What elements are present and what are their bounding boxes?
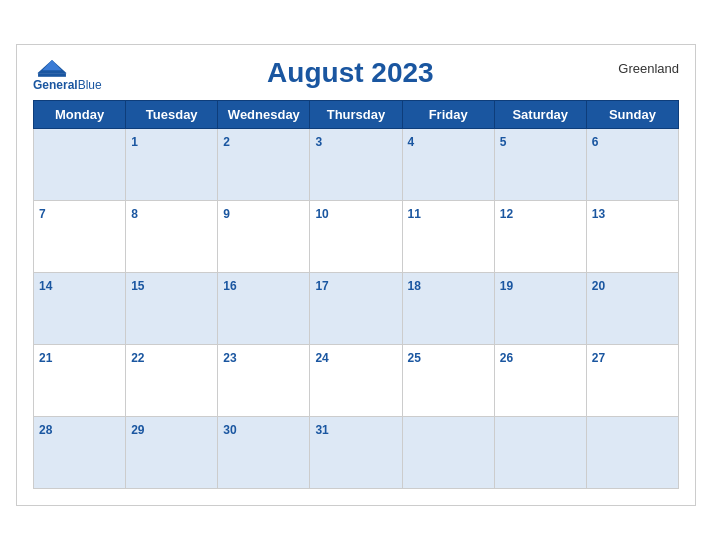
day-number: 4 <box>408 135 415 149</box>
calendar-cell <box>402 417 494 489</box>
calendar-cell <box>34 129 126 201</box>
logo-area: GeneralBlue <box>33 57 102 92</box>
day-number: 24 <box>315 351 328 365</box>
day-number: 11 <box>408 207 421 221</box>
calendar-title: August 2023 <box>102 57 599 89</box>
calendar-cell: 29 <box>126 417 218 489</box>
day-number: 28 <box>39 423 52 437</box>
calendar-cell <box>494 417 586 489</box>
day-number: 15 <box>131 279 144 293</box>
calendar-cell: 4 <box>402 129 494 201</box>
calendar-week-row: 78910111213 <box>34 201 679 273</box>
calendar-header: GeneralBlue August 2023 Greenland <box>33 57 679 92</box>
day-number: 25 <box>408 351 421 365</box>
calendar-cell: 27 <box>586 345 678 417</box>
calendar-cell: 23 <box>218 345 310 417</box>
calendar-week-row: 123456 <box>34 129 679 201</box>
calendar-cell: 30 <box>218 417 310 489</box>
calendar-cell: 7 <box>34 201 126 273</box>
calendar-cell: 18 <box>402 273 494 345</box>
calendar-cell: 26 <box>494 345 586 417</box>
calendar-cell: 14 <box>34 273 126 345</box>
day-number: 6 <box>592 135 599 149</box>
generalblue-logo-icon <box>33 57 71 79</box>
calendar-cell: 13 <box>586 201 678 273</box>
day-number: 12 <box>500 207 513 221</box>
calendar-week-row: 21222324252627 <box>34 345 679 417</box>
calendar-table: Monday Tuesday Wednesday Thursday Friday… <box>33 100 679 489</box>
calendar-cell: 20 <box>586 273 678 345</box>
col-friday: Friday <box>402 101 494 129</box>
calendar-week-row: 28293031 <box>34 417 679 489</box>
calendar-cell: 2 <box>218 129 310 201</box>
day-number: 16 <box>223 279 236 293</box>
calendar-cell: 31 <box>310 417 402 489</box>
day-number: 26 <box>500 351 513 365</box>
calendar-cell: 17 <box>310 273 402 345</box>
calendar-cell: 1 <box>126 129 218 201</box>
day-number: 29 <box>131 423 144 437</box>
calendar-wrapper: GeneralBlue August 2023 Greenland Monday… <box>16 44 696 506</box>
day-number: 9 <box>223 207 230 221</box>
day-number: 31 <box>315 423 328 437</box>
day-number: 27 <box>592 351 605 365</box>
day-number: 5 <box>500 135 507 149</box>
col-thursday: Thursday <box>310 101 402 129</box>
day-number: 8 <box>131 207 138 221</box>
col-wednesday: Wednesday <box>218 101 310 129</box>
day-number: 3 <box>315 135 322 149</box>
day-number: 2 <box>223 135 230 149</box>
weekday-header-row: Monday Tuesday Wednesday Thursday Friday… <box>34 101 679 129</box>
day-number: 13 <box>592 207 605 221</box>
calendar-cell: 22 <box>126 345 218 417</box>
day-number: 22 <box>131 351 144 365</box>
calendar-cell: 10 <box>310 201 402 273</box>
day-number: 10 <box>315 207 328 221</box>
calendar-cell: 3 <box>310 129 402 201</box>
day-number: 17 <box>315 279 328 293</box>
calendar-cell <box>586 417 678 489</box>
day-number: 1 <box>131 135 138 149</box>
day-number: 21 <box>39 351 52 365</box>
calendar-thead: Monday Tuesday Wednesday Thursday Friday… <box>34 101 679 129</box>
calendar-cell: 5 <box>494 129 586 201</box>
calendar-body: 1234567891011121314151617181920212223242… <box>34 129 679 489</box>
day-number: 30 <box>223 423 236 437</box>
calendar-cell: 25 <box>402 345 494 417</box>
calendar-cell: 16 <box>218 273 310 345</box>
calendar-cell: 19 <box>494 273 586 345</box>
title-area: August 2023 <box>102 57 599 89</box>
day-number: 19 <box>500 279 513 293</box>
logo-text: GeneralBlue <box>33 79 102 92</box>
col-monday: Monday <box>34 101 126 129</box>
calendar-cell: 24 <box>310 345 402 417</box>
region-label: Greenland <box>599 57 679 76</box>
calendar-cell: 11 <box>402 201 494 273</box>
col-tuesday: Tuesday <box>126 101 218 129</box>
calendar-week-row: 14151617181920 <box>34 273 679 345</box>
calendar-cell: 8 <box>126 201 218 273</box>
day-number: 20 <box>592 279 605 293</box>
logo-blue: Blue <box>78 78 102 92</box>
day-number: 23 <box>223 351 236 365</box>
calendar-cell: 9 <box>218 201 310 273</box>
calendar-cell: 21 <box>34 345 126 417</box>
calendar-cell: 28 <box>34 417 126 489</box>
col-sunday: Sunday <box>586 101 678 129</box>
col-saturday: Saturday <box>494 101 586 129</box>
logo-general: General <box>33 78 78 92</box>
calendar-cell: 6 <box>586 129 678 201</box>
calendar-cell: 15 <box>126 273 218 345</box>
day-number: 14 <box>39 279 52 293</box>
day-number: 7 <box>39 207 46 221</box>
day-number: 18 <box>408 279 421 293</box>
calendar-cell: 12 <box>494 201 586 273</box>
svg-rect-3 <box>38 73 66 77</box>
